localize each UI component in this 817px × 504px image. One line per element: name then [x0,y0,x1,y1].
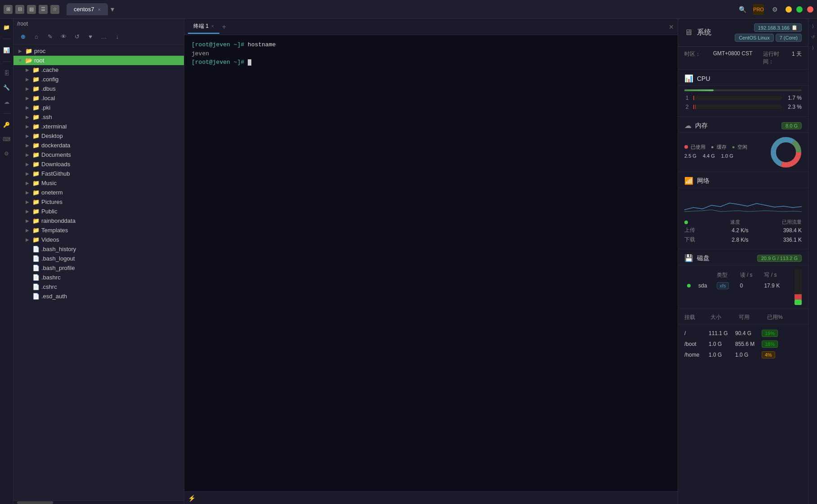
tree-item-oneterm[interactable]: ▶ 📁 oneterm [13,188,184,197]
disk-col-type: 类型 [715,270,737,280]
minimize-btn[interactable] [786,6,792,13]
home-btn[interactable]: ⌂ [31,31,42,42]
list-icon[interactable]: ☰ [39,5,48,14]
mount-col-avail: 可用 [739,314,763,321]
tree-item-xterminal[interactable]: ▶ 📁 .xterminal [13,122,184,131]
tree-item-documents[interactable]: ▶ 📁 Documents [13,150,184,159]
net-download-traffic: 336.1 K [783,237,802,243]
mount-section: / 111.1 G 90.4 G 19% /boot 1.0 G 855.6 M… [678,324,808,364]
split-icon[interactable]: ▤ [27,5,36,14]
net-section-header: 📶 网络 [678,172,808,188]
more-btn[interactable]: … [98,31,110,42]
tree-item-cache[interactable]: ▶ 📁 .cache [13,65,184,75]
disk-bar-fill-red [795,294,802,300]
app-icon[interactable]: ⊞ [4,5,13,14]
file-icon-esd-auth: 📄 [32,293,40,300]
tree-item-bashrc[interactable]: ▶ 📄 .bashrc [13,273,184,282]
scrollbar-thumb[interactable] [17,501,53,504]
download-btn[interactable]: ↓ [112,31,123,42]
tree-item-cshrc[interactable]: ▶ 📄 .cshrc [13,282,184,292]
tree-item-dockerdata[interactable]: ▶ 📁 dockerdata [13,141,184,150]
main-tab[interactable]: centos7 × [67,3,108,15]
refresh-btn[interactable]: ↺ [71,31,83,42]
tree-item-config[interactable]: ▶ 📁 .config [13,75,184,84]
cpu-core-1-num: 1 [684,95,690,101]
far-right-icon-3[interactable]: ⟩ [809,44,817,51]
horizontal-scrollbar[interactable] [13,500,184,504]
tree-item-desktop[interactable]: ▶ 📁 Desktop [13,131,184,141]
terminal-icon[interactable]: ⌨ [2,134,12,144]
tab-add-btn[interactable]: ▾ [111,5,114,13]
tree-item-videos[interactable]: ▶ 📁 Videos [13,235,184,244]
close-btn[interactable] [807,6,813,13]
settings-btn[interactable]: ⚙ [769,4,780,15]
terminal-panel-close[interactable]: ✕ [669,23,674,31]
system-title: 系统 [697,28,711,37]
tree-item-esd-auth[interactable]: ▶ 📄 .esd_auth [13,292,184,301]
mem-legend: 已使用 ● 缓存 ● 空闲 2.5 G 4.4 G 1.0 G [684,144,766,161]
titlebar-right: 🔍 PRO ⚙ [737,4,813,15]
folder-icon-music: 📁 [32,180,40,186]
panels-icon[interactable]: ⊟ [15,5,24,14]
tree-item-bash-profile[interactable]: ▶ 📄 .bash_profile [13,263,184,273]
settings-left-icon[interactable]: ⚙ [2,149,12,159]
tree-item-rainbonddata[interactable]: ▶ 📁 rainbonddata [13,216,184,225]
new-folder-btn[interactable]: ⊕ [17,31,29,42]
left-sidebar-icons: 📁 📊 🗄 🔧 ☁ 🔑 ⌨ ⚙ [0,19,13,504]
tab-close-btn[interactable]: × [98,7,101,12]
chevron-cache: ▶ [24,67,31,72]
tree-item-fastgithub[interactable]: ▶ 📁 FastGithub [13,169,184,178]
favorite-btn[interactable]: ♥ [85,31,96,42]
tree-item-ssh[interactable]: ▶ 📁 .ssh [13,112,184,122]
divider3 [3,113,11,114]
tree-item-bash-history[interactable]: ▶ 📄 .bash_history [13,244,184,254]
label-xterminal: .xterminal [41,123,184,130]
output-1: jeven [192,50,209,57]
folder-icon-videos: 📁 [32,236,40,243]
disk-badge: 20.9 G / 113.2 G [757,255,802,262]
disk-section: 类型 读 / s 写 / s sda xfs 0 17.9 K [678,265,808,309]
tree-item-public[interactable]: ▶ 📁 Public [13,207,184,216]
cloud-icon[interactable]: ☁ [2,97,12,107]
terminal-content[interactable]: [root@jeven ~]# hostname jeven [root@jev… [184,35,678,491]
mem-cache-label-inline: ● [711,144,714,150]
maximize-btn[interactable] [796,6,803,13]
tree-item-templates[interactable]: ▶ 📁 Templates [13,225,184,235]
mount-avail-boot: 855.6 M [735,341,760,347]
os-badge: CentOS Linux [735,34,773,42]
folder-icon-fastgithub: 📁 [32,170,40,177]
net-upload-row: 上传 4.2 K/s 398.4 K [684,226,802,234]
far-right-icon-1[interactable]: ⟩ [809,22,817,30]
copy-icon[interactable]: 📋 [791,25,798,31]
edit-btn[interactable]: ✎ [44,31,56,42]
tools-icon[interactable]: 🔧 [2,83,12,93]
terminal-tab-1[interactable]: 终端 1 × [188,20,219,34]
monitor-icon[interactable]: 📊 [2,45,12,55]
far-right-icon-2[interactable]: ↺ [809,33,817,40]
tree-item-bash-logout[interactable]: ▶ 📄 .bash_logout [13,254,184,263]
search-btn[interactable]: 🔍 [737,4,748,15]
tree-item-downloads[interactable]: ▶ 📁 Downloads [13,159,184,169]
tree-item-pictures[interactable]: ▶ 📁 Pictures [13,197,184,207]
key-icon[interactable]: 🔑 [2,120,12,130]
chevron-dockerdata: ▶ [24,143,31,148]
uptime-value: 1 天 [792,50,802,66]
chevron-videos: ▶ [24,237,31,242]
tree-item-local[interactable]: ▶ 📁 .local [13,93,184,103]
database-icon[interactable]: 🗄 [2,68,12,78]
tree-item-root[interactable]: ▼ 📂 root [13,56,184,65]
tree-item-pki[interactable]: ▶ 📁 .pki [13,103,184,112]
tree-item-proc[interactable]: ▶ 📁 proc [13,46,184,56]
terminal-add-tab-btn[interactable]: + [222,23,226,31]
mount-path-root: / [684,330,707,336]
files-icon[interactable]: 📁 [2,22,12,32]
terminal-tab-close[interactable]: × [211,24,214,29]
file-toolbar: ⊕ ⌂ ✎ 👁 ↺ ♥ … ↓ [13,29,184,44]
bookmark-icon[interactable]: ☆ [50,5,59,14]
file-tree: ▶ 📁 proc ▼ 📂 root ▶ 📁 .cache ▶ 📁 .config [13,44,184,500]
tree-item-music[interactable]: ▶ 📁 Music [13,178,184,188]
view-btn[interactable]: 👁 [58,31,69,42]
label-bash-logout: .bash_logout [41,255,184,262]
tree-item-dbus[interactable]: ▶ 📁 .dbus [13,84,184,93]
terminal-status-icon: ⚡ [188,495,196,502]
